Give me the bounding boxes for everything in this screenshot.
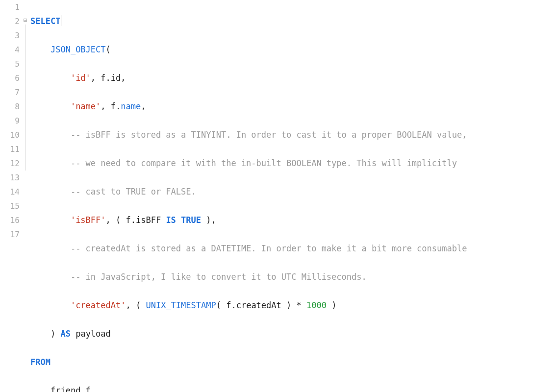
line-number: 7 (0, 85, 20, 99)
text-cursor (61, 15, 61, 26)
line-number: 8 (0, 99, 20, 114)
line-number: 5 (0, 57, 20, 71)
line-gutter: 1 2 3 4 5 6 7 8 9 10 11 12 13 14 15 16 1… (0, 0, 24, 392)
line-number: 3 (0, 28, 20, 43)
sql-editor: 1 2 3 4 5 6 7 8 9 10 11 12 13 14 15 16 1… (0, 0, 557, 392)
fold-guide (25, 24, 26, 171)
line-number: 1 (0, 0, 20, 14)
fold-collapse-icon[interactable]: ⊟ (24, 18, 27, 23)
line-number: 17 (0, 227, 20, 242)
line-number: 11 (0, 142, 20, 156)
line-number: 15 (0, 199, 20, 213)
string-literal: 'id' (71, 73, 91, 83)
keyword-from: FROM (30, 357, 51, 367)
line-number: 10 (0, 128, 20, 142)
string-literal: 'createdAt' (71, 300, 126, 310)
line-number: 9 (0, 114, 20, 128)
line-number: 16 (0, 213, 20, 227)
line-number: 6 (0, 71, 20, 85)
string-literal: 'name' (71, 101, 101, 111)
comment: -- in JavaScript, I like to convert it t… (71, 272, 367, 282)
keyword-select: SELECT (30, 16, 60, 26)
comment: -- createdAt is stored as a DATETIME. In… (71, 244, 467, 253)
function-json-object: JSON_OBJECT (51, 45, 106, 54)
comment: -- cast to TRUE or FALSE. (71, 187, 196, 196)
comment: -- isBFF is stored as a TINYINT. In orde… (71, 130, 467, 140)
line-number: 13 (0, 171, 20, 185)
line-number: 2 (0, 14, 20, 28)
code-area[interactable]: 1 2 3 4 5 6 7 8 9 10 11 12 13 14 15 16 1… (0, 0, 557, 392)
line-number: 12 (0, 156, 20, 171)
string-literal: 'isBFF' (71, 215, 106, 225)
code-content[interactable]: SELECT JSON_OBJECT( 'id', f.id, 'name', … (30, 0, 557, 392)
line-number: 14 (0, 185, 20, 199)
fold-column: ⊟ (24, 0, 30, 392)
comment: -- we need to compare it with the in-bui… (71, 158, 457, 168)
line-number: 4 (0, 43, 20, 57)
